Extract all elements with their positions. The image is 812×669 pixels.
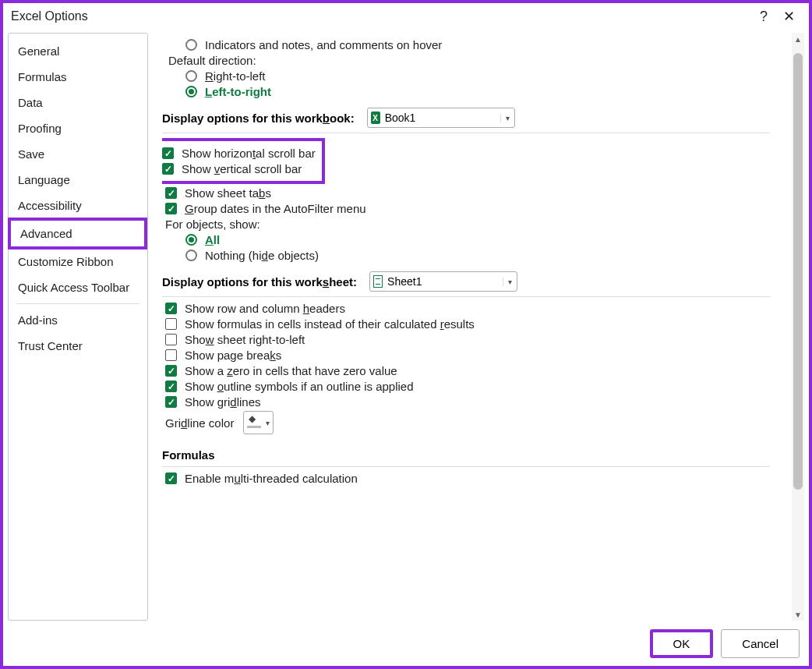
rtl-label: Right-to-left	[205, 69, 266, 83]
group-dates-row[interactable]: Group dates in the AutoFilter menu	[165, 202, 787, 215]
sidebar-item-data[interactable]: Data	[9, 90, 147, 115]
sidebar-item-language[interactable]: Language	[9, 167, 147, 193]
help-icon[interactable]: ?	[751, 9, 776, 25]
radio-nothing[interactable]	[185, 250, 197, 261]
ltr-row[interactable]: Left-to-right	[162, 85, 787, 98]
checkbox-gridlines[interactable]	[165, 396, 177, 408]
dialog-footer: OK Cancel	[650, 629, 800, 658]
rtl-sheet-label: Show sheet right-to-left	[185, 333, 305, 346]
scrollbar[interactable]: ▲ ▼	[792, 33, 804, 621]
checkbox-rtl-sheet[interactable]	[165, 334, 177, 345]
scrollbar-highlight: Show horizontal scroll bar Show vertical…	[162, 138, 325, 184]
color-swatch-icon	[247, 417, 261, 428]
checkbox-sheet-tabs[interactable]	[165, 187, 177, 199]
chevron-down-icon: ▾	[266, 419, 270, 427]
checkbox-formulas[interactable]	[165, 318, 177, 330]
all-label: All	[205, 233, 220, 246]
ltr-label: Left-to-right	[205, 85, 271, 98]
workbook-section-title: Display options for this workbook:	[162, 112, 355, 125]
indicators-label: Indicators and notes, and comments on ho…	[205, 38, 442, 51]
workbook-dropdown-value: Book1	[383, 112, 421, 124]
outline-label: Show outline symbols if an outline is ap…	[185, 380, 414, 393]
close-icon[interactable]: ✕	[776, 8, 801, 25]
sidebar-item-customize-ribbon[interactable]: Customize Ribbon	[9, 249, 147, 274]
chevron-down-icon: ▾	[500, 114, 514, 122]
excel-icon: X	[371, 112, 380, 124]
show-h-scroll-label: Show horizontal scroll bar	[182, 147, 316, 160]
sidebar-item-advanced[interactable]: Advanced	[8, 218, 147, 250]
formulas-section-header: Formulas	[162, 448, 787, 462]
rowcol-row[interactable]: Show row and column headers	[165, 302, 787, 315]
sidebar-item-trust-center[interactable]: Trust Center	[9, 333, 147, 359]
group-dates-label: Group dates in the AutoFilter menu	[185, 202, 366, 215]
radio-ltr[interactable]	[185, 86, 197, 97]
gridlines-label: Show gridlines	[185, 395, 261, 409]
outline-row[interactable]: Show outline symbols if an outline is ap…	[165, 380, 787, 393]
chevron-down-icon: ▾	[503, 278, 517, 286]
show-tabs-row[interactable]: Show sheet tabs	[165, 186, 787, 200]
show-tabs-label: Show sheet tabs	[185, 186, 271, 200]
excel-options-dialog: Excel Options ? ✕ General Formulas Data …	[0, 0, 812, 669]
checkbox-pagebreaks[interactable]	[165, 349, 177, 361]
gridlines-row[interactable]: Show gridlines	[165, 395, 787, 409]
titlebar: Excel Options ? ✕	[3, 3, 809, 30]
all-row[interactable]: All	[162, 233, 787, 246]
checkbox-zero[interactable]	[165, 365, 177, 377]
default-direction-label: Default direction:	[168, 54, 787, 67]
indicators-row[interactable]: Indicators and notes, and comments on ho…	[162, 38, 787, 51]
scroll-thumb[interactable]	[793, 53, 803, 490]
sidebar-separator	[16, 303, 139, 304]
worksheet-section-header: Display options for this worksheet: Shee…	[162, 271, 787, 292]
sheet-icon	[373, 275, 383, 288]
scroll-down-icon[interactable]: ▼	[792, 608, 804, 621]
pagebreaks-row[interactable]: Show page breaks	[165, 349, 787, 362]
show-v-scroll-label: Show vertical scroll bar	[182, 162, 302, 175]
radio-all[interactable]	[185, 234, 197, 246]
ok-button[interactable]: OK	[650, 629, 714, 658]
rtl-sheet-row[interactable]: Show sheet right-to-left	[165, 333, 787, 346]
checkbox-group-dates[interactable]	[165, 203, 177, 214]
zero-label: Show a zero in cells that have zero valu…	[185, 364, 397, 377]
dialog-title: Excel Options	[11, 9, 88, 23]
sidebar-item-addins[interactable]: Add-ins	[9, 307, 147, 333]
nothing-row[interactable]: Nothing (hide objects)	[162, 249, 787, 262]
sidebar-item-accessibility[interactable]: Accessibility	[9, 193, 147, 218]
pagebreaks-label: Show page breaks	[185, 349, 281, 362]
gridline-color-label: Gridline color	[165, 416, 234, 430]
multithread-label: Enable multi-threaded calculation	[185, 472, 358, 485]
sidebar: General Formulas Data Proofing Save Lang…	[8, 33, 148, 621]
workbook-dropdown[interactable]: X Book1 ▾	[367, 108, 515, 128]
radio-rtl[interactable]	[185, 70, 197, 82]
scroll-up-icon[interactable]: ▲	[792, 33, 804, 45]
nothing-label: Nothing (hide objects)	[205, 249, 319, 262]
show-h-scroll-row[interactable]: Show horizontal scroll bar	[162, 147, 316, 160]
sidebar-item-save[interactable]: Save	[9, 141, 147, 167]
checkbox-multithread[interactable]	[165, 473, 177, 484]
show-v-scroll-row[interactable]: Show vertical scroll bar	[162, 162, 316, 175]
workbook-section-header: Display options for this workbook: X Boo…	[162, 108, 787, 128]
cancel-button[interactable]: Cancel	[721, 629, 800, 658]
zero-row[interactable]: Show a zero in cells that have zero valu…	[165, 364, 787, 377]
checkbox-v-scroll[interactable]	[162, 163, 174, 175]
gridline-color-row: Gridline color ▾	[165, 411, 787, 434]
sidebar-item-general[interactable]: General	[9, 38, 147, 64]
options-panel: Indicators and notes, and comments on ho…	[162, 33, 804, 621]
formulas-label: Show formulas in cells instead of their …	[185, 317, 475, 331]
formulas-section-title: Formulas	[162, 448, 215, 462]
checkbox-h-scroll[interactable]	[162, 147, 174, 159]
checkbox-rowcol[interactable]	[165, 303, 177, 314]
worksheet-dropdown-value: Sheet1	[386, 275, 426, 288]
worksheet-section-title: Display options for this worksheet:	[162, 275, 357, 288]
formulas-row[interactable]: Show formulas in cells instead of their …	[165, 317, 787, 331]
worksheet-dropdown[interactable]: Sheet1 ▾	[369, 271, 517, 292]
checkbox-outline[interactable]	[165, 381, 177, 392]
gridline-color-picker[interactable]: ▾	[243, 411, 274, 434]
for-objects-label: For objects, show:	[165, 218, 787, 231]
multithread-row[interactable]: Enable multi-threaded calculation	[165, 472, 787, 485]
sidebar-item-formulas[interactable]: Formulas	[9, 64, 147, 90]
rtl-row[interactable]: Right-to-left	[162, 69, 787, 83]
radio-indicators[interactable]	[185, 39, 197, 51]
sidebar-item-proofing[interactable]: Proofing	[9, 115, 147, 141]
sidebar-item-quick-access[interactable]: Quick Access Toolbar	[9, 274, 147, 300]
rowcol-label: Show row and column headers	[185, 302, 345, 315]
